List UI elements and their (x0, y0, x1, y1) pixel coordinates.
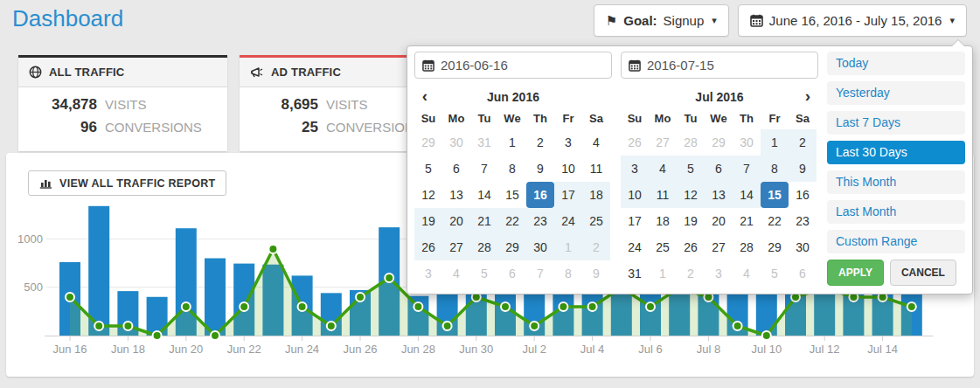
calendar-day[interactable]: 31 (621, 260, 649, 287)
calendar-day[interactable]: 22 (498, 208, 526, 234)
calendar-day[interactable]: 28 (677, 129, 705, 156)
calendar-day[interactable]: 9 (526, 156, 554, 182)
range-preset-yesterday[interactable]: Yesterday (827, 81, 965, 105)
calendar-day[interactable]: 13 (705, 182, 733, 208)
calendar-day[interactable]: 18 (582, 182, 610, 208)
goal-selector-button[interactable]: ⚑ Goal: Signup ▾ (594, 4, 729, 37)
calendar-day-selected[interactable]: 16 (526, 182, 554, 208)
calendar-day[interactable]: 2 (526, 129, 554, 156)
calendar-day[interactable]: 27 (442, 234, 470, 260)
calendar-day[interactable]: 20 (442, 208, 470, 234)
calendar-day[interactable]: 6 (789, 260, 817, 287)
calendar-day[interactable]: 11 (582, 156, 610, 182)
calendar-day[interactable]: 17 (621, 208, 649, 234)
calendar-day[interactable]: 3 (414, 260, 442, 287)
calendar-day-selected[interactable]: 15 (761, 182, 789, 208)
calendar-day[interactable]: 15 (498, 182, 526, 208)
end-date-input[interactable]: 2016-07-15 (621, 52, 818, 79)
calendar-day[interactable]: 29 (761, 234, 789, 260)
calendar-day[interactable]: 10 (554, 156, 582, 182)
calendar-day[interactable]: 9 (582, 260, 610, 287)
cancel-button[interactable]: CANCEL (890, 260, 956, 286)
calendar-day[interactable]: 26 (621, 129, 649, 156)
calendar-day[interactable]: 8 (498, 156, 526, 182)
calendar-day[interactable]: 5 (761, 260, 789, 287)
calendar-day[interactable]: 7 (733, 156, 761, 182)
calendar-day[interactable]: 8 (761, 156, 789, 182)
calendar-day[interactable]: 26 (677, 234, 705, 260)
calendar-day[interactable]: 20 (705, 208, 733, 234)
calendar-day[interactable]: 11 (649, 182, 677, 208)
calendar-day[interactable]: 2 (582, 234, 610, 260)
calendar-day[interactable]: 3 (705, 260, 733, 287)
range-preset-last-7-days[interactable]: Last 7 Days (827, 111, 965, 135)
calendar-day[interactable]: 12 (677, 182, 705, 208)
calendar-day[interactable]: 28 (470, 234, 498, 260)
calendar-day[interactable]: 1 (761, 129, 789, 156)
calendar-day[interactable]: 28 (733, 234, 761, 260)
range-preset-this-month[interactable]: This Month (827, 170, 965, 194)
calendar-day[interactable]: 6 (498, 260, 526, 287)
calendar-day[interactable]: 30 (789, 234, 817, 260)
calendar-day[interactable]: 1 (498, 129, 526, 156)
calendar-day[interactable]: 5 (677, 156, 705, 182)
calendar-day[interactable]: 27 (705, 234, 733, 260)
calendar-day[interactable]: 13 (442, 182, 470, 208)
calendar-day[interactable]: 14 (470, 182, 498, 208)
daterange-button[interactable]: June 16, 2016 - July 15, 2016 ▾ (738, 4, 967, 37)
calendar-day[interactable]: 9 (789, 156, 817, 182)
calendar-day[interactable]: 6 (705, 156, 733, 182)
calendar-day[interactable]: 10 (621, 182, 649, 208)
calendar-day[interactable]: 2 (789, 129, 817, 156)
calendar-day[interactable]: 4 (582, 129, 610, 156)
calendar-day[interactable]: 22 (761, 208, 789, 234)
calendar-day[interactable]: 7 (470, 156, 498, 182)
calendar-day[interactable]: 25 (582, 208, 610, 234)
calendar-day[interactable]: 24 (554, 208, 582, 234)
calendar-day[interactable]: 17 (554, 182, 582, 208)
calendar-day[interactable]: 3 (621, 156, 649, 182)
apply-button[interactable]: APPLY (827, 260, 884, 286)
calendar-day[interactable]: 18 (649, 208, 677, 234)
calendar-day[interactable]: 19 (677, 208, 705, 234)
calendar-day[interactable]: 12 (414, 182, 442, 208)
calendar-day[interactable]: 5 (470, 260, 498, 287)
range-preset-last-30-days[interactable]: Last 30 Days (827, 141, 965, 164)
calendar-day[interactable]: 16 (789, 182, 817, 208)
calendar-day[interactable]: 8 (554, 260, 582, 287)
calendar-day[interactable]: 3 (554, 129, 582, 156)
calendar-day[interactable]: 29 (414, 129, 442, 156)
view-all-traffic-report-button[interactable]: VIEW ALL TRAFFIC REPORT (28, 170, 226, 196)
calendar-day[interactable]: 4 (649, 156, 677, 182)
calendar-day[interactable]: 24 (621, 234, 649, 260)
calendar-day[interactable]: 1 (649, 260, 677, 287)
calendar-day[interactable]: 30 (733, 129, 761, 156)
calendar-day[interactable]: 19 (414, 208, 442, 234)
range-preset-last-month[interactable]: Last Month (827, 200, 965, 224)
calendar-day[interactable]: 31 (470, 129, 498, 156)
prev-month-arrow[interactable]: ‹ (414, 86, 435, 107)
calendar-day[interactable]: 29 (705, 129, 733, 156)
calendar-day[interactable]: 21 (470, 208, 498, 234)
calendar-day[interactable]: 30 (526, 234, 554, 260)
range-preset-custom-range[interactable]: Custom Range (827, 230, 965, 253)
calendar-day[interactable]: 5 (414, 156, 442, 182)
calendar-day[interactable]: 26 (414, 234, 442, 260)
calendar-day[interactable]: 1 (554, 234, 582, 260)
calendar-day[interactable]: 25 (649, 234, 677, 260)
calendar-day[interactable]: 29 (498, 234, 526, 260)
calendar-day[interactable]: 14 (733, 182, 761, 208)
calendar-day[interactable]: 30 (442, 129, 470, 156)
calendar-day[interactable]: 23 (789, 208, 817, 234)
calendar-day[interactable]: 2 (677, 260, 705, 287)
next-month-arrow[interactable]: › (797, 86, 818, 107)
range-preset-today[interactable]: Today (827, 52, 965, 75)
calendar-day[interactable]: 7 (526, 260, 554, 287)
calendar-day[interactable]: 4 (442, 260, 470, 287)
calendar-day[interactable]: 23 (526, 208, 554, 234)
calendar-day[interactable]: 4 (733, 260, 761, 287)
calendar-day[interactable]: 21 (733, 208, 761, 234)
calendar-day[interactable]: 6 (442, 156, 470, 182)
calendar-day[interactable]: 27 (649, 129, 677, 156)
start-date-input[interactable]: 2016-06-16 (414, 52, 612, 79)
